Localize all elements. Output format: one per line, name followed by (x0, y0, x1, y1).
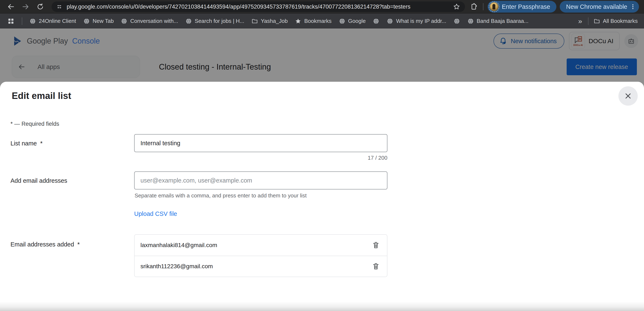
globe-icon (339, 18, 346, 24)
email-address: laxmanhalaki814@gmail.com (140, 242, 217, 248)
bookmark-item[interactable]: 24Online Client (29, 18, 76, 24)
profile-avatar (490, 2, 498, 11)
add-emails-helper-text: Separate emails with a comma, and press … (134, 192, 307, 199)
bookmark-item[interactable]: Yasha_Job (251, 18, 288, 24)
add-emails-input[interactable] (134, 172, 388, 190)
folder-icon (251, 18, 258, 24)
bookmarks-list: 24Online Client New Tab Conversation wit… (29, 18, 528, 24)
bookmarks-overflow-button[interactable]: » (577, 17, 583, 25)
trash-icon (372, 262, 380, 270)
globe-icon (467, 18, 474, 24)
delete-email-button[interactable] (370, 240, 382, 251)
bookmark-label: Band Baaja Baaraa... (477, 18, 528, 24)
bookmark-label: Bookmarks (304, 18, 332, 24)
back-arrow-icon (7, 3, 15, 11)
back-button[interactable] (6, 2, 16, 11)
site-settings-icon[interactable] (56, 3, 63, 10)
address-bar[interactable]: play.google.com/console/u/0/developers/7… (52, 2, 465, 12)
bookmark-item[interactable] (454, 18, 460, 24)
globe-icon (386, 18, 393, 24)
bookmark-item[interactable]: Bookmarks (295, 18, 332, 24)
bookmark-item[interactable]: Google (339, 18, 366, 24)
bookmark-label: Conversation with... (130, 18, 178, 24)
added-emails-label: Email addresses added* (10, 241, 80, 248)
bookmark-label: What is my IP addr... (396, 18, 446, 24)
required-asterisk: * (40, 140, 42, 147)
url-text[interactable]: play.google.com/console/u/0/developers/7… (67, 4, 453, 10)
globe-icon (83, 18, 90, 24)
bookmark-item[interactable]: Conversation with... (121, 18, 178, 24)
globe-icon (185, 18, 192, 24)
added-emails-list: laxmanhalaki814@gmail.com srikanth112236… (134, 234, 388, 277)
bookmark-star-icon[interactable] (453, 3, 460, 10)
bookmark-label: Search for jobs | H... (195, 18, 244, 24)
email-address: srikanth112236@gmail.com (140, 263, 213, 270)
required-fields-note: * — Required fields (10, 121, 59, 127)
bookmarks-divider-right (588, 18, 588, 25)
bookmark-label: New Tab (93, 18, 114, 24)
more-menu-icon[interactable] (630, 3, 636, 10)
all-bookmarks-button[interactable]: All Bookmarks (594, 18, 638, 24)
list-name-input[interactable] (134, 134, 388, 152)
close-icon (624, 92, 632, 100)
bookmark-item[interactable]: Search for jobs | H... (185, 18, 244, 24)
modal-footer-shadow (0, 301, 644, 311)
profile-passphrase-label: Enter Passphrase (502, 3, 550, 10)
refresh-icon (36, 3, 44, 10)
list-name-label: List name* (10, 140, 42, 147)
folder-icon (594, 18, 600, 24)
all-bookmarks-label: All Bookmarks (603, 18, 638, 24)
refresh-button[interactable] (36, 2, 45, 11)
globe-icon (454, 18, 460, 24)
delete-email-button[interactable] (370, 261, 382, 272)
modal-close-button[interactable] (618, 86, 638, 106)
bookmarks-divider (22, 18, 22, 25)
bookmark-item[interactable]: New Tab (83, 18, 114, 24)
email-row: srikanth112236@gmail.com (134, 256, 387, 277)
bookmark-label: Google (348, 18, 366, 24)
bookmark-item[interactable]: Band Baaja Baaraa... (467, 18, 528, 24)
chrome-update-button[interactable]: New Chrome available (560, 1, 639, 12)
forward-arrow-icon (22, 3, 30, 11)
required-asterisk: * (77, 241, 80, 248)
bookmark-label: Yasha_Job (261, 18, 288, 24)
bookmark-item[interactable] (373, 18, 380, 24)
star-icon (295, 18, 302, 24)
globe-icon (121, 18, 128, 24)
trash-icon (372, 241, 380, 249)
bookmark-label: 24Online Client (39, 18, 76, 24)
upload-csv-link[interactable]: Upload CSV file (134, 210, 177, 217)
bookmarks-bar: 24Online Client New Tab Conversation wit… (0, 14, 644, 28)
email-row: laxmanhalaki814@gmail.com (134, 235, 387, 256)
puzzle-icon (470, 3, 478, 10)
modal-title: Edit email list (12, 90, 71, 101)
apps-grid-icon[interactable] (7, 18, 15, 25)
browser-toolbar: play.google.com/console/u/0/developers/7… (0, 0, 644, 14)
globe-icon (373, 18, 380, 24)
toolbar-divider (483, 3, 484, 10)
forward-button[interactable] (21, 2, 30, 11)
bookmark-item[interactable]: What is my IP addr... (386, 18, 446, 24)
edit-email-list-modal: Edit email list * — Required fields List… (0, 82, 644, 311)
extensions-button[interactable] (469, 2, 479, 12)
add-emails-label: Add email addresses (10, 177, 67, 184)
profile-passphrase-button[interactable]: Enter Passphrase (488, 1, 556, 12)
character-counter: 17 / 200 (134, 155, 388, 161)
chrome-update-label: New Chrome available (566, 3, 627, 10)
globe-icon (29, 18, 36, 24)
